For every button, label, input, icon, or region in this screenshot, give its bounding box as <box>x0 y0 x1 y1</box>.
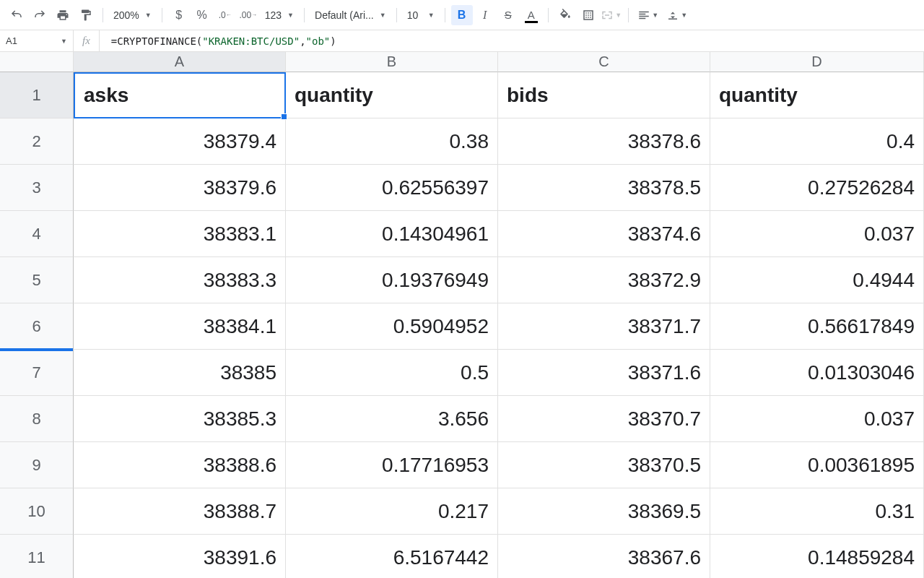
cell-d4[interactable]: 0.037 <box>710 211 924 257</box>
cell-b8[interactable]: 3.656 <box>286 396 498 442</box>
chevron-down-icon: ▼ <box>428 12 435 19</box>
cell-d6[interactable]: 0.56617849 <box>710 303 924 350</box>
cell-a3[interactable]: 38379.6 <box>74 165 286 211</box>
percent-button[interactable]: % <box>191 5 213 25</box>
undo-button[interactable] <box>6 5 27 25</box>
italic-button[interactable]: I <box>474 5 496 25</box>
cell-c1[interactable]: bids <box>498 72 710 118</box>
cell-a1[interactable]: asks <box>74 72 286 118</box>
cell-a2[interactable]: 38379.4 <box>74 118 286 165</box>
cell-b10[interactable]: 0.217 <box>286 488 498 535</box>
font-size-dropdown[interactable]: 10 ▼ <box>403 5 439 25</box>
row-header-9[interactable]: 9 <box>0 442 74 488</box>
redo-button[interactable] <box>29 5 51 25</box>
cell-c2[interactable]: 38378.6 <box>498 118 710 165</box>
cell-b9[interactable]: 0.17716953 <box>286 442 498 488</box>
cell-b7[interactable]: 0.5 <box>286 350 498 396</box>
cell-c9[interactable]: 38370.5 <box>498 442 710 488</box>
row-header-3[interactable]: 3 <box>0 165 74 211</box>
paint-format-button[interactable] <box>75 5 97 25</box>
cell-b2[interactable]: 0.38 <box>286 118 498 165</box>
text-color-button[interactable]: A <box>520 5 542 25</box>
chevron-down-icon: ▼ <box>652 12 658 19</box>
vertical-align-button[interactable]: ▼ <box>663 5 691 25</box>
toolbar: 200% ▼ $ % .0← .00→ 123 ▼ Default (Ari..… <box>0 0 924 30</box>
grid-row: 7 38385 0.5 38371.6 0.01303046 <box>0 350 924 396</box>
print-button[interactable] <box>52 5 74 25</box>
cell-d1[interactable]: quantity <box>710 72 924 118</box>
cell-a7[interactable]: 38385 <box>74 350 286 396</box>
decrease-decimal-button[interactable]: .0← <box>214 5 236 25</box>
cell-a10[interactable]: 38388.7 <box>74 488 286 535</box>
cell-a9[interactable]: 38388.6 <box>74 442 286 488</box>
cell-b5[interactable]: 0.19376949 <box>286 257 498 303</box>
toolbar-separator <box>548 8 549 22</box>
cell-d7[interactable]: 0.01303046 <box>710 350 924 396</box>
chevron-down-icon: ▼ <box>287 12 294 19</box>
column-headers: A B C D <box>0 52 924 72</box>
cell-d11[interactable]: 0.14859284 <box>710 535 924 578</box>
cell-a11[interactable]: 38391.6 <box>74 535 286 578</box>
zoom-value: 200% <box>113 9 139 21</box>
bold-button[interactable]: B <box>451 5 473 25</box>
cell-a6[interactable]: 38384.1 <box>74 303 286 350</box>
cell-d10[interactable]: 0.31 <box>710 488 924 535</box>
cell-c4[interactable]: 38374.6 <box>498 211 710 257</box>
row-header-5[interactable]: 5 <box>0 257 74 303</box>
cell-b1[interactable]: quantity <box>286 72 498 118</box>
horizontal-align-button[interactable]: ▼ <box>635 5 662 25</box>
cell-a4[interactable]: 38383.1 <box>74 211 286 257</box>
column-header-a[interactable]: A <box>74 52 286 72</box>
row-header-7[interactable]: 7 <box>0 350 74 396</box>
cell-a5[interactable]: 38383.3 <box>74 257 286 303</box>
grid-row: 8 38385.3 3.656 38370.7 0.037 <box>0 396 924 442</box>
name-box[interactable]: A1 ▼ <box>0 30 74 51</box>
toolbar-separator <box>628 8 629 22</box>
chevron-down-icon: ▼ <box>145 12 152 19</box>
cell-c5[interactable]: 38372.9 <box>498 257 710 303</box>
formula-bar: A1 ▼ fx =CRYPTOFINANCE("KRAKEN:BTC/USD",… <box>0 30 924 52</box>
row-header-6[interactable]: 6 <box>0 303 74 350</box>
column-header-c[interactable]: C <box>498 52 710 72</box>
cell-c11[interactable]: 38367.6 <box>498 535 710 578</box>
cell-d8[interactable]: 0.037 <box>710 396 924 442</box>
column-header-d[interactable]: D <box>710 52 924 72</box>
cell-b11[interactable]: 6.5167442 <box>286 535 498 578</box>
cell-d5[interactable]: 0.4944 <box>710 257 924 303</box>
zoom-dropdown[interactable]: 200% ▼ <box>109 5 156 25</box>
row-header-4[interactable]: 4 <box>0 211 74 257</box>
increase-decimal-button[interactable]: .00→ <box>237 5 259 25</box>
cell-a8[interactable]: 38385.3 <box>74 396 286 442</box>
cell-b3[interactable]: 0.62556397 <box>286 165 498 211</box>
cell-c7[interactable]: 38371.6 <box>498 350 710 396</box>
formula-input[interactable]: =CRYPTOFINANCE("KRAKEN:BTC/USD", "ob") <box>100 30 924 51</box>
currency-button[interactable]: $ <box>168 5 190 25</box>
cell-c3[interactable]: 38378.5 <box>498 165 710 211</box>
cell-c6[interactable]: 38371.7 <box>498 303 710 350</box>
formula-text: ) <box>330 35 336 47</box>
row-header-8[interactable]: 8 <box>0 396 74 442</box>
fx-label: fx <box>74 30 100 51</box>
row-header-10[interactable]: 10 <box>0 488 74 535</box>
column-header-b[interactable]: B <box>286 52 498 72</box>
cell-c8[interactable]: 38370.7 <box>498 396 710 442</box>
cell-d9[interactable]: 0.00361895 <box>710 442 924 488</box>
cell-b6[interactable]: 0.5904952 <box>286 303 498 350</box>
fill-color-button[interactable] <box>554 5 576 25</box>
cell-d3[interactable]: 0.27526284 <box>710 165 924 211</box>
cell-c10[interactable]: 38369.5 <box>498 488 710 535</box>
grid-row: 10 38388.7 0.217 38369.5 0.31 <box>0 488 924 535</box>
cell-d2[interactable]: 0.4 <box>710 118 924 165</box>
borders-button[interactable] <box>578 5 599 25</box>
row-header-1[interactable]: 1 <box>0 72 74 118</box>
cell-b4[interactable]: 0.14304961 <box>286 211 498 257</box>
row-header-11[interactable]: 11 <box>0 535 74 578</box>
merge-cells-button[interactable]: ▼ <box>601 5 622 25</box>
row-header-2[interactable]: 2 <box>0 118 74 165</box>
strikethrough-button[interactable]: S <box>497 5 519 25</box>
more-formats-dropdown[interactable]: 123 ▼ <box>261 5 298 25</box>
formula-text: "KRAKEN:BTC/USD" <box>202 35 300 47</box>
font-family-dropdown[interactable]: Default (Ari... ▼ <box>310 5 391 25</box>
select-all-corner[interactable] <box>0 52 74 72</box>
formula-text: , <box>300 35 305 47</box>
